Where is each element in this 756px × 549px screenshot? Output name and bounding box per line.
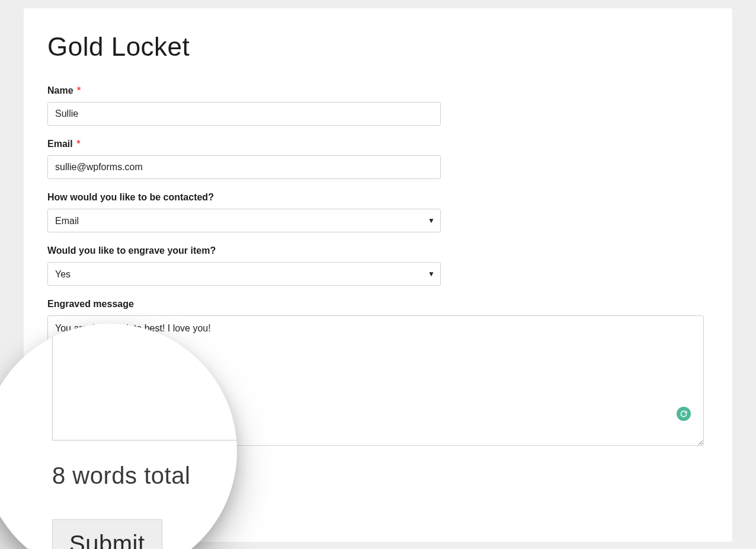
name-label: Name * [47, 85, 709, 96]
field-name: Name * [47, 85, 709, 126]
contact-method-select-wrap: Email ▼ [47, 209, 441, 232]
engrave-select[interactable]: Yes [47, 262, 441, 286]
email-input[interactable] [47, 155, 441, 179]
contact-method-label: How would you like to be contacted? [47, 192, 709, 203]
grammarly-icon[interactable] [677, 407, 691, 421]
field-contact-method: How would you like to be contacted? Emai… [47, 192, 709, 232]
page-title: Gold Locket [47, 32, 709, 62]
submit-button[interactable]: Submit [52, 519, 162, 549]
email-label-text: Email [47, 139, 73, 149]
required-marker: * [76, 139, 80, 149]
magnified-textarea-bottom-border [52, 440, 237, 441]
name-input[interactable] [47, 102, 441, 126]
name-label-text: Name [47, 85, 73, 95]
contact-method-select[interactable]: Email [47, 209, 441, 232]
required-marker: * [77, 85, 81, 95]
word-count-text: 8 words total [52, 462, 190, 489]
magnified-textarea-left-border [52, 324, 53, 440]
email-label: Email * [47, 139, 709, 149]
engrave-select-wrap: Yes ▼ [47, 262, 441, 286]
field-engrave: Would you like to engrave your item? Yes… [47, 245, 709, 286]
engrave-label: Would you like to engrave your item? [47, 245, 709, 256]
field-email: Email * [47, 139, 709, 179]
engraved-message-label: Engraved message [47, 299, 709, 309]
